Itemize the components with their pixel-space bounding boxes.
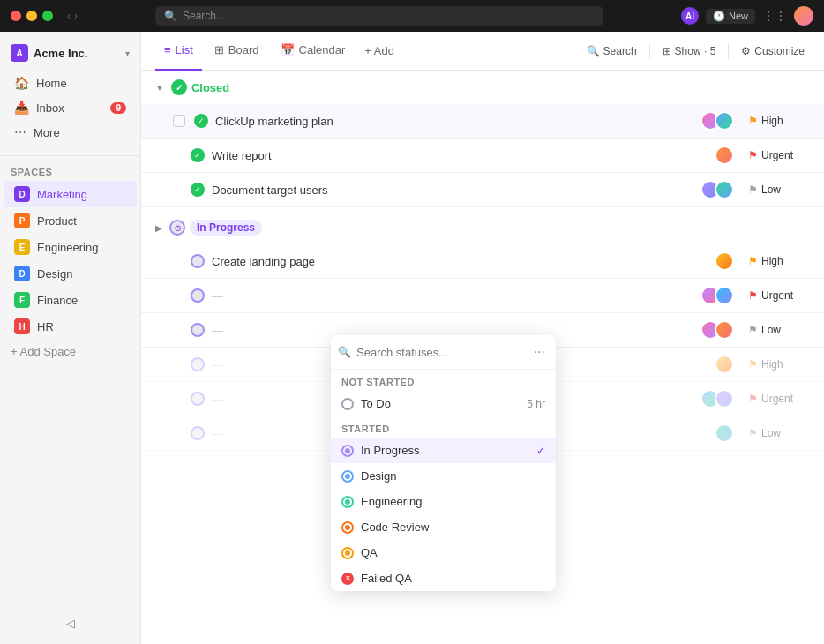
- inprogress-section-header[interactable]: ▶ ◷ In Progress: [141, 211, 824, 244]
- task-checkbox-wrap: ✓: [173, 183, 205, 197]
- workspace-header[interactable]: A Acme Inc. ▾: [0, 39, 140, 67]
- tab-list-label: List: [176, 43, 193, 56]
- back-arrow[interactable]: ‹: [67, 10, 71, 22]
- customize-button[interactable]: ⚙ Customize: [736, 41, 810, 61]
- sidebar-item-home[interactable]: 🏠 Home: [4, 71, 137, 95]
- todo-status-dot: [341, 398, 354, 410]
- task-avatars: [700, 180, 734, 199]
- sidebar-collapse-button[interactable]: ◁: [0, 610, 140, 637]
- more-icon: ⋯: [14, 125, 26, 139]
- row-checkbox[interactable]: [173, 115, 185, 127]
- design-label: Design: [37, 267, 72, 281]
- closed-status-badge: ✓ Closed: [171, 79, 229, 95]
- show-btn-label: Show · 5: [675, 45, 716, 57]
- forward-arrow[interactable]: ›: [74, 10, 78, 22]
- content-area: ≡ List ⊞ Board 📅 Calendar + Add 🔍 Search: [141, 32, 824, 644]
- inbox-icon: 📥: [14, 101, 29, 115]
- sidebar-item-product[interactable]: P Product: [4, 207, 137, 234]
- task-name[interactable]: ClickUp marketing plan: [215, 115, 693, 128]
- add-space-button[interactable]: + Add Space: [0, 340, 140, 363]
- ai-badge[interactable]: AI: [681, 7, 699, 25]
- inprogress-status-badge: ◷ In Progress: [169, 220, 262, 236]
- priority-flag: ⚑ High: [748, 115, 810, 127]
- task-avatars: [715, 251, 734, 271]
- dropdown-item-inprogress[interactable]: In Progress ✓: [331, 438, 556, 463]
- main-layout: A Acme Inc. ▾ 🏠 Home 📥 Inbox 9 ⋯ More Sp…: [0, 32, 824, 644]
- sidebar-item-design[interactable]: D Design: [4, 260, 137, 287]
- add-tab-button[interactable]: + Add: [357, 44, 401, 57]
- grid-icon[interactable]: ⋮⋮: [762, 9, 787, 23]
- sidebar-item-engineering[interactable]: E Engineering: [4, 234, 137, 260]
- sidebar-item-marketing[interactable]: D Marketing: [4, 181, 137, 207]
- task-avatars: [700, 320, 734, 340]
- priority-flag: ⚑ Low: [748, 427, 810, 439]
- sidebar-item-hr[interactable]: H HR: [4, 313, 137, 340]
- dropdown-search-icon: 🔍: [338, 346, 351, 358]
- task-avatars: [700, 286, 734, 305]
- collapse-icon: ◁: [66, 617, 75, 630]
- task-checkbox-wrap: [173, 357, 205, 371]
- task-status-inprogress[interactable]: [191, 323, 205, 337]
- task-status-closed[interactable]: ✓: [191, 148, 205, 162]
- dropdown-item-codereview[interactable]: Code Review: [331, 514, 556, 540]
- closed-toggle-icon: ▼: [155, 83, 164, 93]
- flag-icon: ⚑: [748, 324, 758, 336]
- dropdown-item-failedqa[interactable]: Failed QA: [331, 565, 556, 591]
- codereview-status-dot: [341, 521, 354, 534]
- dropdown-search-input[interactable]: [356, 346, 525, 359]
- dropdown-item-engineering[interactable]: Engineering: [331, 489, 556, 514]
- task-checkbox-wrap: ✓: [173, 148, 205, 162]
- priority-label: Urgent: [761, 289, 793, 302]
- qa-label: QA: [361, 546, 378, 559]
- marketing-label: Marketing: [37, 188, 87, 201]
- tab-list[interactable]: ≡ List: [155, 32, 202, 71]
- task-name[interactable]: —: [212, 289, 693, 303]
- task-status-inprogress[interactable]: [191, 254, 205, 268]
- tab-board[interactable]: ⊞ Board: [206, 32, 268, 71]
- todo-time: 5 hr: [527, 398, 545, 410]
- task-name[interactable]: Create landing page: [212, 255, 708, 268]
- dropdown-more-button[interactable]: ···: [530, 342, 549, 362]
- user-avatar[interactable]: [794, 6, 813, 26]
- engineering-icon: E: [14, 239, 30, 255]
- search-button[interactable]: 🔍 Search: [581, 41, 642, 61]
- closed-section-header[interactable]: ▼ ✓ Closed: [141, 71, 824, 104]
- design-icon: D: [14, 266, 30, 281]
- maximize-dot[interactable]: [42, 11, 53, 21]
- tab-calendar[interactable]: 📅 Calendar: [272, 32, 355, 71]
- search-icon: 🔍: [164, 10, 177, 22]
- calendar-tab-icon: 📅: [281, 43, 295, 56]
- new-button[interactable]: 🕐 New: [706, 9, 755, 24]
- sidebar-more-label: More: [34, 126, 60, 139]
- sidebar-divider: [0, 155, 140, 156]
- task-status-inprogress[interactable]: [191, 357, 205, 371]
- sidebar: A Acme Inc. ▾ 🏠 Home 📥 Inbox 9 ⋯ More Sp…: [0, 32, 141, 644]
- nav-arrows: ‹ ›: [67, 10, 78, 22]
- sidebar-item-more[interactable]: ⋯ More: [4, 120, 137, 145]
- sidebar-item-finance[interactable]: F Finance: [4, 287, 137, 313]
- priority-label: High: [761, 255, 783, 267]
- task-avatars: [715, 423, 734, 443]
- task-status-inprogress[interactable]: [191, 392, 205, 406]
- task-name[interactable]: Write report: [212, 149, 708, 162]
- show-button[interactable]: ⊞ Show · 5: [657, 41, 722, 61]
- dropdown-item-qa[interactable]: QA: [331, 540, 556, 565]
- codereview-label: Code Review: [361, 520, 429, 534]
- product-label: Product: [37, 214, 77, 228]
- task-name[interactable]: Document target users: [212, 183, 693, 197]
- task-status-closed[interactable]: ✓: [191, 183, 205, 197]
- inbox-badge: 9: [110, 102, 126, 114]
- minimize-dot[interactable]: [26, 11, 37, 21]
- titlebar-search[interactable]: 🔍 Search...: [155, 6, 603, 26]
- task-status-inprogress[interactable]: [191, 288, 205, 303]
- task-checkbox-wrap: [173, 288, 205, 303]
- table-row: ✓ Write report ⚑ Urgent: [141, 139, 824, 173]
- dropdown-item-design[interactable]: Design: [331, 463, 556, 489]
- task-status-inprogress[interactable]: [191, 426, 205, 440]
- customize-btn-icon: ⚙: [741, 45, 751, 57]
- close-dot[interactable]: [11, 11, 21, 21]
- table-row: — ⚑ Urgent: [141, 279, 824, 313]
- dropdown-item-todo[interactable]: To Do 5 hr: [331, 391, 556, 416]
- sidebar-item-inbox[interactable]: 📥 Inbox 9: [4, 95, 137, 120]
- task-status-closed[interactable]: ✓: [194, 114, 208, 128]
